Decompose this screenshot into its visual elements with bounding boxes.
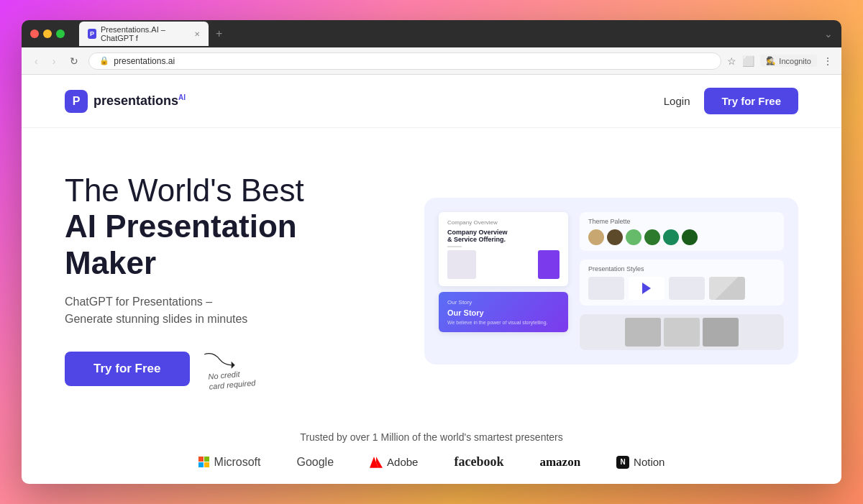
forward-button[interactable]: › — [48, 52, 60, 70]
slide-card-2: Our Story Our Story We believe in the po… — [439, 292, 568, 332]
notion-logo: N Notion — [616, 456, 665, 469]
minimize-button[interactable] — [43, 29, 52, 38]
color-swatch-3 — [626, 229, 641, 245]
hero-title-line2: AI Presentation — [65, 209, 396, 245]
hero-title-line1: The World's Best — [65, 173, 396, 209]
color-swatch-5 — [663, 229, 679, 245]
site-nav: P presentationsAI Login Try for Free — [22, 75, 841, 128]
nav-right: Login Try for Free — [664, 88, 798, 114]
logo-name: presentations — [93, 93, 178, 108]
cta-area: Try for Free No creditcard required — [65, 348, 396, 390]
style-thumb-play — [629, 277, 665, 300]
browser-tabs: P Presentations.AI – ChatGPT f ✕ + — [79, 22, 227, 46]
active-tab[interactable]: P Presentations.AI – ChatGPT f ✕ — [79, 22, 209, 46]
slide-card-1: Company Overview Company Overview& Servi… — [439, 212, 568, 286]
window-controls: ⌄ — [824, 28, 833, 40]
slides-area: Company Overview Company Overview& Servi… — [439, 212, 568, 332]
logo-area: P presentationsAI — [65, 90, 186, 113]
facebook-text: facebook — [454, 454, 503, 469]
new-tab-button[interactable]: + — [211, 27, 227, 40]
svg-marker-0 — [231, 361, 234, 368]
try-free-nav-button[interactable]: Try for Free — [704, 88, 798, 114]
page-content: P presentationsAI Login Try for Free The… — [22, 75, 841, 484]
amazon-text: amazon — [539, 455, 580, 469]
browser-toolbar: ‹ › ↻ 🔒 presentations.ai ☆ ⬜ 🕵 Incognito… — [22, 47, 841, 75]
ms-cell-green — [204, 457, 209, 462]
style-thumb-2 — [669, 277, 705, 300]
adobe-icon — [370, 457, 383, 468]
slide-lines — [603, 281, 609, 295]
google-logo: Google — [296, 456, 334, 469]
hero-subtitle-line2: Generate stunning slides in minutes — [65, 311, 396, 328]
amazon-logo: amazon — [539, 455, 580, 469]
hero-left: The World's Best AI Presentation Maker C… — [65, 173, 396, 390]
notion-icon: N — [616, 456, 629, 469]
theme-palette-section: Theme Palette — [580, 212, 784, 251]
lock-icon: 🔒 — [99, 56, 109, 65]
tab-favicon: P — [88, 29, 96, 39]
browser-window: P Presentations.AI – ChatGPT f ✕ + ⌄ ‹ ›… — [22, 20, 841, 484]
close-button[interactable] — [30, 29, 39, 38]
extensions-icon[interactable]: ⬜ — [742, 55, 754, 67]
hero-subtitle: ChatGPT for Presentations – Generate stu… — [65, 293, 396, 328]
theme-palette-label: Theme Palette — [588, 218, 775, 225]
try-free-hero-button[interactable]: Try for Free — [65, 352, 190, 386]
incognito-label: Incognito — [779, 57, 811, 65]
color-swatch-4 — [644, 229, 660, 245]
trust-text: Trusted by over 1 Million of the world's… — [65, 431, 798, 443]
color-swatch-6 — [682, 229, 698, 245]
presentation-styles-label: Presentation Styles — [588, 265, 775, 272]
login-button[interactable]: Login — [664, 95, 690, 107]
tab-title: Presentations.AI – ChatGPT f — [101, 25, 190, 42]
style-thumb-1 — [588, 277, 624, 300]
slide-body-2: We believe in the power of visual storyt… — [447, 320, 560, 325]
incognito-badge: 🕵 Incognito — [760, 55, 817, 67]
browser-titlebar: P Presentations.AI – ChatGPT f ✕ + ⌄ — [22, 20, 841, 47]
microsoft-text: Microsoft — [214, 456, 261, 469]
maximize-button[interactable] — [56, 29, 65, 38]
arrow-icon — [201, 348, 237, 370]
reload-button[interactable]: ↻ — [65, 52, 83, 70]
back-button[interactable]: ‹ — [30, 52, 42, 70]
microsoft-logo: Microsoft — [198, 456, 261, 469]
facebook-logo: facebook — [454, 454, 503, 469]
tab-close-icon[interactable]: ✕ — [194, 30, 200, 38]
hero-title-line3: Maker — [65, 245, 396, 282]
slide-divider — [447, 246, 462, 247]
slide-tag-1: Company Overview — [447, 219, 560, 226]
trust-section: Trusted by over 1 Million of the world's… — [22, 420, 841, 484]
traffic-lights — [30, 29, 65, 38]
color-circles — [588, 229, 775, 245]
ms-cell-blue — [198, 462, 204, 467]
preview-image-strip — [580, 314, 784, 350]
menu-icon[interactable]: ⋮ — [823, 55, 833, 67]
arrow-note: No creditcard required — [201, 348, 255, 390]
ms-cell-yellow — [204, 462, 209, 467]
address-bar[interactable]: 🔒 presentations.ai — [88, 52, 721, 70]
right-panel: Theme Palette Presentation Styles — [580, 212, 784, 350]
logo-text: presentationsAI — [93, 93, 186, 109]
slide-title-1: Company Overview& Service Offering. — [447, 229, 560, 243]
toolbar-right: ☆ ⬜ 🕵 Incognito ⋮ — [727, 55, 833, 67]
ms-cell-red — [198, 457, 204, 462]
style-thumbnails — [588, 277, 775, 300]
slide-tag-2: Our Story — [447, 299, 560, 306]
bookmark-icon[interactable]: ☆ — [727, 55, 736, 67]
logos-row: Microsoft Google Adobe facebook amaz — [65, 454, 798, 469]
adobe-text: Adobe — [387, 456, 418, 468]
adobe-logo: Adobe — [370, 456, 418, 468]
slide-lines-2 — [684, 283, 690, 294]
hero-subtitle-line1: ChatGPT for Presentations – — [65, 293, 396, 311]
incognito-icon: 🕵 — [766, 56, 776, 65]
color-swatch-2 — [607, 229, 623, 245]
app-preview: Company Overview Company Overview& Servi… — [424, 198, 798, 365]
style-thumb-3 — [709, 277, 745, 300]
hero-section: The World's Best AI Presentation Maker C… — [22, 128, 841, 420]
microsoft-grid-icon — [198, 457, 210, 468]
presentation-styles-section: Presentation Styles — [580, 260, 784, 306]
play-triangle-icon — [642, 283, 651, 294]
hero-title: The World's Best AI Presentation Maker — [65, 173, 396, 282]
color-swatch-1 — [588, 229, 604, 245]
slide-title-2: Our Story — [447, 308, 560, 317]
notion-text: Notion — [634, 456, 665, 468]
